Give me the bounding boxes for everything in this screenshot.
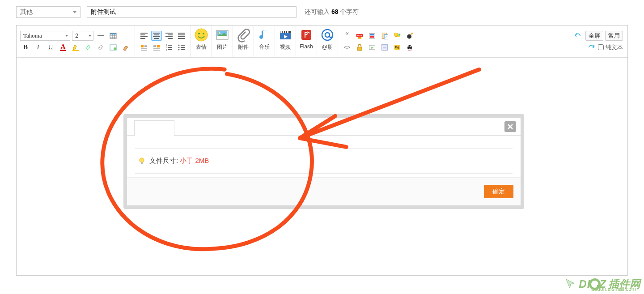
svg-rect-62 xyxy=(357,47,362,50)
close-icon xyxy=(507,124,513,130)
svg-rect-51 xyxy=(358,37,361,38)
font-size-select[interactable]: 2 xyxy=(72,31,93,41)
table-icon[interactable] xyxy=(108,31,119,41)
watermark: DIZ 插件网 addon.dismall.com xyxy=(564,277,640,291)
svg-text:3: 3 xyxy=(166,48,167,51)
smiley-icon xyxy=(194,27,209,43)
plain-text-checkbox[interactable] xyxy=(598,44,604,50)
float-right-icon[interactable] xyxy=(151,43,162,52)
music-button[interactable]: 音乐 xyxy=(254,26,275,57)
svg-text:FREE: FREE xyxy=(357,34,362,36)
align-right-icon[interactable] xyxy=(164,31,174,41)
video-button[interactable]: 视频 xyxy=(275,26,296,57)
svg-point-47 xyxy=(322,30,333,40)
svg-point-76 xyxy=(140,158,144,162)
hide-icon[interactable] xyxy=(367,31,377,41)
svg-rect-42 xyxy=(285,31,286,33)
file-size-label: 文件尺寸: 小于 2MB xyxy=(149,157,209,165)
music-icon xyxy=(257,27,272,43)
clear-format-icon[interactable] xyxy=(120,43,131,52)
bold-icon[interactable]: B xyxy=(20,43,31,52)
svg-point-35 xyxy=(203,33,204,34)
editor-body[interactable]: 文件尺寸: 小于 2MB 确定 xyxy=(17,58,627,275)
redo-icon[interactable] xyxy=(585,43,596,52)
fullscreen-button[interactable]: 全屏 xyxy=(585,31,603,41)
paste-icon[interactable] xyxy=(379,31,390,41)
svg-point-61 xyxy=(411,32,413,34)
float-left-icon[interactable] xyxy=(139,43,149,52)
flash-button[interactable]: Flash xyxy=(296,26,317,57)
plain-text-label: 纯文本 xyxy=(606,43,623,51)
svg-point-74 xyxy=(410,46,411,47)
svg-point-38 xyxy=(219,32,220,34)
attach-button[interactable]: 附件 xyxy=(233,26,254,57)
align-justify-icon[interactable] xyxy=(176,31,187,41)
svg-rect-16 xyxy=(157,45,160,47)
svg-rect-77 xyxy=(141,162,143,164)
chevron-down-icon xyxy=(73,11,76,13)
font-family-select[interactable]: Tahoma xyxy=(20,31,70,41)
editor-toolbar: Tahoma 2 B I U A xyxy=(17,26,627,58)
flash-icon xyxy=(299,27,314,43)
quote-marks-icon[interactable]: “ xyxy=(342,31,352,41)
svg-point-59 xyxy=(398,34,400,36)
underline-icon[interactable]: U xyxy=(45,43,56,52)
at-button[interactable]: @朋 xyxy=(317,26,338,57)
editor-container: Tahoma 2 B I U A xyxy=(16,25,628,276)
svg-point-60 xyxy=(407,34,411,38)
cursor-icon xyxy=(564,278,577,290)
svg-rect-7 xyxy=(72,50,79,51)
svg-point-48 xyxy=(325,33,330,37)
dialog-close-button[interactable] xyxy=(504,121,516,132)
image-icon xyxy=(215,27,230,43)
svg-point-33 xyxy=(195,29,208,41)
svg-point-28 xyxy=(178,47,180,48)
ordered-list-icon[interactable]: 123 xyxy=(164,43,174,52)
svg-point-29 xyxy=(178,49,180,50)
hr-icon[interactable] xyxy=(95,31,106,41)
attachment-dialog: 文件尺寸: 小于 2MB 确定 xyxy=(123,114,524,209)
unlink-icon[interactable] xyxy=(95,43,106,52)
svg-rect-58 xyxy=(397,36,400,37)
svg-point-34 xyxy=(198,33,200,34)
italic-icon[interactable]: I xyxy=(33,43,43,52)
font-color-icon[interactable]: A xyxy=(58,43,68,52)
svg-rect-54 xyxy=(370,36,374,37)
dialog-tab-blank[interactable] xyxy=(134,120,174,136)
svg-rect-53 xyxy=(370,34,374,35)
svg-rect-56 xyxy=(384,34,388,39)
quote-icon[interactable]: + xyxy=(108,43,119,52)
svg-rect-41 xyxy=(283,31,284,33)
video-icon xyxy=(278,27,293,43)
svg-text:+: + xyxy=(114,47,116,50)
category-select[interactable]: 其他 xyxy=(16,6,80,18)
code-icon[interactable]: <> xyxy=(342,43,352,52)
align-left-icon[interactable] xyxy=(139,31,149,41)
lightbulb-icon xyxy=(138,157,146,165)
undo-icon[interactable] xyxy=(573,31,584,41)
align-center-icon[interactable] xyxy=(151,31,162,41)
char-count-label: 还可输入 68 个字符 xyxy=(305,8,359,16)
qq-icon[interactable] xyxy=(404,43,415,52)
svg-point-73 xyxy=(408,46,409,47)
svg-rect-43 xyxy=(287,31,288,33)
smiley-button[interactable]: 表情 xyxy=(191,26,212,57)
index-icon[interactable] xyxy=(379,43,390,52)
free-icon[interactable]: FREE xyxy=(354,31,365,41)
common-button[interactable]: 常用 xyxy=(605,31,623,41)
svg-point-75 xyxy=(408,48,411,50)
at-icon xyxy=(320,27,335,43)
highlight-icon[interactable] xyxy=(70,43,81,52)
unordered-list-icon[interactable] xyxy=(176,43,187,52)
bg-icon[interactable]: Bg xyxy=(392,43,402,52)
post-title-input[interactable] xyxy=(87,6,297,18)
dialog-ok-button[interactable]: 确定 xyxy=(484,185,513,198)
password-icon[interactable] xyxy=(392,31,402,41)
link-icon[interactable] xyxy=(83,43,93,52)
media-icon[interactable] xyxy=(367,43,377,52)
bomb-icon[interactable] xyxy=(404,31,415,41)
lock-icon[interactable] xyxy=(354,43,365,52)
paperclip-icon xyxy=(236,27,251,43)
image-button[interactable]: 图片 xyxy=(212,26,233,57)
svg-rect-11 xyxy=(141,45,144,47)
